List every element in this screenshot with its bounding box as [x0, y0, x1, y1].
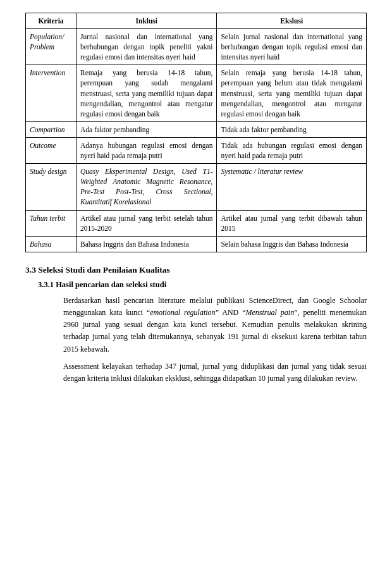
cell-criteria: Bahasa — [26, 236, 77, 252]
cell-criteria: Population/ Problem — [26, 29, 77, 65]
cell-ekslusi: Selain jurnal nasional dan international… — [217, 29, 367, 65]
cell-ekslusi: Artikel atau jurnal yang terbit dibawah … — [217, 210, 367, 236]
cell-ekslusi: Tidak ada hubungan regulasi emosi dengan… — [217, 137, 367, 163]
table-row: CompartionAda faktor pembandingTidak ada… — [26, 121, 367, 137]
cell-ekslusi: Selain bahasa Inggris dan Bahasa Indones… — [217, 236, 367, 252]
cell-ekslusi: Systematic / literatur review — [217, 164, 367, 210]
cell-criteria: Intervention — [26, 65, 77, 121]
criteria-table: Kriteria Inklusi Ekslusi Population/ Pro… — [25, 13, 367, 252]
cell-inklusi: Bahasa Inggris dan Bahasa Indonesia — [77, 236, 217, 252]
cell-ekslusi: Tidak ada faktor pembanding — [217, 121, 367, 137]
table-row: Study designQuasy Eksperimental Design, … — [26, 164, 367, 210]
main-container: Kriteria Inklusi Ekslusi Population/ Pro… — [25, 13, 367, 385]
cell-inklusi: Ada faktor pembanding — [77, 121, 217, 137]
section-title: 3.3 Seleksi Studi dan Penilaian Kualitas — [25, 265, 367, 275]
body-text: Berdasarkan hasil pencarian literature m… — [63, 295, 367, 385]
cell-inklusi: Adanya hubungan regulasi emosi dengan ny… — [77, 137, 217, 163]
table-row: Tahun terbitArtikel atau jurnal yang ter… — [26, 210, 367, 236]
cell-criteria: Tahun terbit — [26, 210, 77, 236]
cell-inklusi: Jurnal nasional dan international yang b… — [77, 29, 217, 65]
cell-criteria: Outcome — [26, 137, 77, 163]
cell-criteria: Compartion — [26, 121, 77, 137]
cell-inklusi: Quasy Eksperimental Design, Used T1-Weig… — [77, 164, 217, 210]
paragraph-1: Berdasarkan hasil pencarian literature m… — [63, 295, 367, 355]
cell-ekslusi: Selain remaja yang berusia 14-18 tahun, … — [217, 65, 367, 121]
cell-criteria: Study design — [26, 164, 77, 210]
col-header-kriteria: Kriteria — [26, 13, 77, 29]
table-row: OutcomeAdanya hubungan regulasi emosi de… — [26, 137, 367, 163]
subsection-title: 3.3.1 Hasil pencarian dan seleksi studi — [38, 280, 367, 290]
cell-inklusi: Remaja yang berusia 14-18 tahun, perempu… — [77, 65, 217, 121]
table-row: InterventionRemaja yang berusia 14-18 ta… — [26, 65, 367, 121]
col-header-ekslusi: Ekslusi — [217, 13, 367, 29]
table-row: Population/ ProblemJurnal nasional dan i… — [26, 29, 367, 65]
cell-inklusi: Artikel atau jurnal yang terbit setelah … — [77, 210, 217, 236]
col-header-inklusi: Inklusi — [77, 13, 217, 29]
paragraph-2: Assessment kelayakan terhadap 347 jurnal… — [63, 361, 367, 385]
table-row: BahasaBahasa Inggris dan Bahasa Indonesi… — [26, 236, 367, 252]
